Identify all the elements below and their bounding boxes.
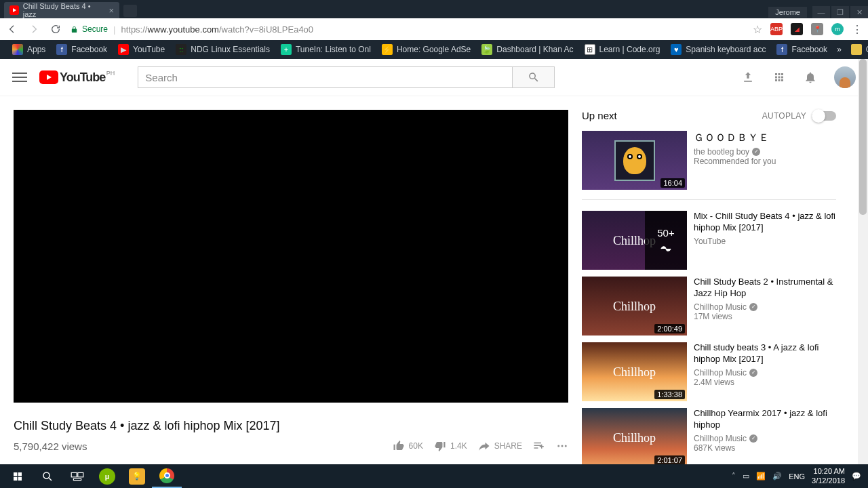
svg-point-1 [561, 445, 564, 447]
apps-grid-icon[interactable] [772, 70, 787, 85]
notifications-icon[interactable] [803, 70, 818, 85]
window-close-icon[interactable]: ✕ [850, 6, 868, 18]
video-player[interactable] [14, 110, 568, 403]
search-box [138, 66, 555, 88]
youtube-logo[interactable]: YouTube PH [39, 70, 105, 85]
rec-title: ＧＯＯＤＢＹＥ [694, 131, 776, 144]
windows-taskbar: µ 💡 ˄ ▭ 📶 🔊 ENG 10:20 AM 3/12/2018 💬 [0, 464, 868, 488]
wifi-icon[interactable]: 📶 [756, 472, 766, 481]
bookmark-item[interactable]: ⚡Home: Google AdSe [376, 44, 476, 55]
clock[interactable]: 10:20 AM 3/12/2018 [812, 467, 845, 485]
bookmark-star-icon[interactable]: ☆ [753, 23, 762, 36]
rec-subtext: Recommended for you [694, 157, 776, 166]
volume-icon[interactable]: 🔊 [772, 472, 782, 481]
save-button[interactable] [533, 440, 545, 452]
guide-menu-icon[interactable] [12, 70, 27, 85]
window-minimize-icon[interactable]: — [812, 6, 830, 18]
search-button[interactable] [513, 66, 555, 88]
recommendation-item[interactable]: 16:04 ＧＯＯＤＢＹＥ the bootleg boy✓ Recommend… [582, 131, 836, 190]
rec-views: 687K views [694, 443, 836, 453]
address-bar[interactable]: Secure | https://www.youtube.com/watch?v… [71, 23, 762, 36]
codeorg-icon: ⊞ [585, 44, 595, 55]
bookmark-item[interactable]: ⊞Learn | Code.org [579, 44, 666, 55]
scrollbar[interactable] [858, 59, 868, 488]
search-taskbar-icon[interactable] [33, 464, 62, 488]
rec-channel: Chillhop Music✓ [694, 368, 836, 378]
upload-icon[interactable] [741, 70, 755, 85]
forward-button[interactable] [27, 22, 41, 36]
video-thumbnail: Chillhop 50+ [582, 211, 687, 270]
language-indicator[interactable]: ENG [789, 472, 805, 481]
secure-label: Secure [82, 24, 108, 34]
other-bookmarks[interactable]: Other bookmarks [846, 44, 868, 55]
duration-badge: 16:04 [660, 178, 685, 188]
task-view-icon[interactable] [62, 464, 92, 488]
video-thumbnail: Chillhop 2:00:49 [582, 277, 687, 336]
recommendation-item[interactable]: Chillhop 2:00:49 Chill Study Beats 2 • I… [582, 277, 836, 336]
bookmark-item[interactable]: +TuneIn: Listen to Onl [275, 44, 376, 55]
extension-icon[interactable]: ◢ [791, 23, 803, 35]
chrome-menu-icon[interactable]: ⋮ [852, 23, 863, 36]
taskbar-app-chrome[interactable] [152, 464, 182, 488]
verified-icon: ✓ [752, 148, 760, 156]
taskbar-app[interactable]: 💡 [122, 464, 152, 488]
new-tab-button[interactable] [123, 5, 137, 17]
like-button[interactable]: 60K [393, 440, 423, 452]
bookmark-item[interactable]: ::NDG Linux Essentials [170, 44, 275, 55]
youtube-wordmark: YouTube [60, 70, 105, 85]
apps-shortcut[interactable]: Apps [7, 44, 51, 55]
video-thumbnail: Chillhop 1:33:38 [582, 342, 687, 401]
window-titlebar: Chill Study Beats 4 • jazz × Jerome — ❐ … [0, 0, 868, 18]
thumbnail-overlay: Chillhop [613, 299, 656, 313]
action-center-icon[interactable]: 💬 [852, 472, 861, 481]
autoplay-label: AUTOPLAY [762, 111, 806, 121]
tab-close-icon[interactable]: × [108, 5, 114, 16]
lock-icon [71, 26, 78, 33]
recommendation-item[interactable]: Chillhop 1:33:38 Chill study beats 3 • A… [582, 342, 836, 401]
account-avatar[interactable] [834, 66, 856, 88]
youtube-favicon-icon [9, 5, 19, 15]
bookmark-item[interactable]: ♥Spanish keyboard acc [665, 44, 771, 55]
apps-grid-icon [12, 44, 23, 55]
separator: | [113, 24, 115, 35]
bookmark-item[interactable]: ▶YouTube [113, 44, 170, 55]
recommendation-item[interactable]: Chillhop 2:01:07 Chillhop Yearmix 2017 •… [582, 408, 836, 467]
secondary-column: Up next AUTOPLAY 16:04 ＧＯＯＤＢＹＥ the bootl… [582, 110, 836, 488]
profile-badge[interactable]: Jerome [768, 7, 807, 18]
video-thumbnail: Chillhop 2:01:07 [582, 408, 687, 467]
thumbnail-overlay: Chillhop [613, 365, 656, 379]
autoplay-toggle[interactable] [812, 111, 836, 121]
back-button[interactable] [5, 22, 19, 36]
recommendation-item[interactable]: Chillhop 50+ Mix - Chill Study Beats 4 •… [582, 211, 836, 270]
browser-tab[interactable]: Chill Study Beats 4 • jazz × [4, 2, 119, 18]
bookmark-item[interactable]: 🍃Dashboard | Khan Ac [476, 44, 578, 55]
rec-views: 17M views [694, 312, 836, 321]
youtube-header: YouTube PH [0, 59, 868, 96]
clock-date: 3/12/2018 [812, 476, 845, 485]
more-actions-button[interactable] [556, 440, 568, 452]
battery-icon[interactable]: ▭ [743, 472, 749, 481]
scrollbar-thumb[interactable] [859, 59, 867, 215]
thumb-up-icon [393, 440, 405, 452]
svg-rect-5 [78, 472, 83, 476]
reload-button[interactable] [49, 22, 62, 36]
country-code: PH [106, 70, 115, 77]
extension-abp-icon[interactable]: ABP [770, 23, 783, 35]
bookmark-item[interactable]: fFacebook [771, 44, 833, 55]
extension-icon[interactable]: 📍 [811, 23, 823, 35]
taskbar-app-utorrent[interactable]: µ [92, 464, 122, 488]
tray-chevron-icon[interactable]: ˄ [732, 472, 736, 481]
share-button[interactable]: SHARE [478, 440, 522, 452]
bookmarks-overflow-icon[interactable]: » [833, 45, 846, 54]
search-input[interactable] [138, 66, 513, 88]
extension-icon[interactable]: m [831, 23, 844, 35]
rec-channel: the bootleg boy✓ [694, 147, 776, 157]
start-button[interactable] [3, 464, 33, 488]
secure-indicator: Secure [71, 24, 108, 34]
bookmark-item[interactable]: fFacebook [51, 44, 113, 55]
window-maximize-icon[interactable]: ❐ [831, 6, 849, 18]
dislike-button[interactable]: 1.4K [434, 440, 467, 452]
spanish-icon: ♥ [671, 44, 682, 55]
rec-channel: Chillhop Music✓ [694, 302, 836, 312]
verified-icon: ✓ [749, 369, 757, 377]
